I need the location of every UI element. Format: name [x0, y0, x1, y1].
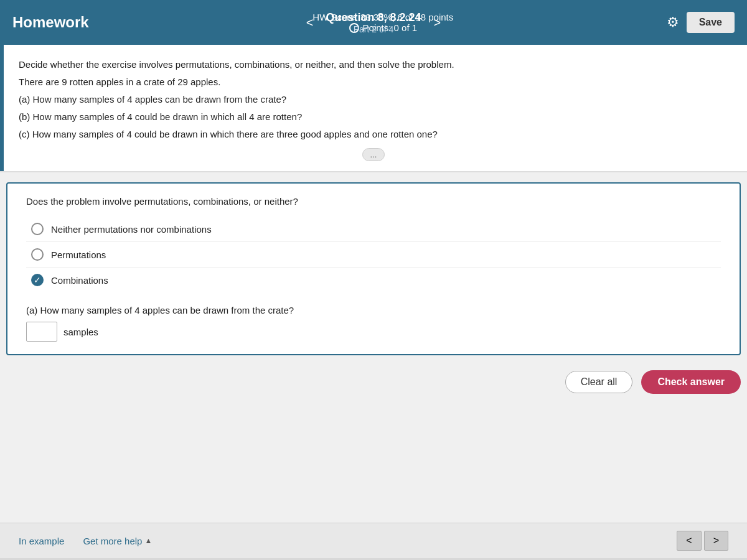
question-line3: (b) How many samples of 4 could be drawn… — [19, 110, 728, 124]
question-area: Decide whether the exercise involves per… — [0, 45, 747, 172]
check-icon: ✓ — [34, 275, 41, 285]
question-subtitle: Part 2 of 4 — [326, 24, 421, 34]
prev-question-button[interactable]: < — [301, 13, 319, 32]
clear-all-button[interactable]: Clear all — [565, 371, 633, 393]
answer-question-text: Does the problem involve permutations, c… — [26, 196, 721, 207]
radio-options: Neither permutations nor combinations Pe… — [26, 217, 721, 292]
sub-question-text: (a) How many samples of 4 apples can be … — [26, 305, 721, 315]
save-button[interactable]: Save — [687, 12, 735, 33]
get-more-help-link[interactable]: Get more help ▲ — [83, 536, 152, 546]
caret-icon: ▲ — [144, 536, 152, 545]
question-line1: There are 9 rotten apples in a crate of … — [19, 75, 728, 90]
header-right: ⚙ Save — [667, 12, 735, 33]
buttons-row: Clear all Check answer — [0, 370, 741, 394]
footer-prev-button[interactable]: < — [677, 531, 701, 551]
radio-neither-circle[interactable] — [31, 223, 44, 235]
footer-nav: < > — [677, 531, 728, 551]
question-line2: (a) How many samples of 4 apples can be … — [19, 92, 728, 107]
expand-row: ... — [19, 148, 728, 161]
homework-title: Homework — [12, 14, 100, 31]
in-example-link[interactable]: In example — [19, 536, 64, 546]
header: Homework < Question 8, 8.2.24 Part 2 of … — [0, 0, 747, 45]
option-neither[interactable]: Neither permutations nor combinations — [26, 217, 721, 242]
samples-input[interactable] — [26, 322, 57, 342]
option-permutations[interactable]: Permutations — [26, 242, 721, 268]
next-question-button[interactable]: > — [429, 13, 446, 32]
footer-next-button[interactable]: > — [704, 531, 728, 551]
footer-bar: In example Get more help ▲ < > — [0, 523, 747, 558]
radio-combinations-circle[interactable]: ✓ — [31, 274, 44, 286]
left-accent-bar — [0, 45, 4, 171]
option-permutations-label: Permutations — [51, 250, 106, 260]
question-line4: (c) How many samples of 4 could be drawn… — [19, 127, 728, 142]
question-title: Question 8, 8.2.24 — [326, 11, 421, 24]
radio-permutations-circle[interactable] — [31, 248, 44, 261]
main-content: Decide whether the exercise involves per… — [0, 45, 747, 523]
settings-icon[interactable]: ⚙ — [667, 14, 679, 30]
input-row: samples — [26, 322, 721, 342]
option-combinations-label: Combinations — [51, 275, 108, 286]
question-intro: Decide whether the exercise involves per… — [19, 57, 728, 72]
question-nav: < Question 8, 8.2.24 Part 2 of 4 > — [301, 11, 446, 34]
option-neither-label: Neither permutations nor combinations — [51, 224, 212, 235]
answer-section: Does the problem involve permutations, c… — [6, 182, 741, 355]
question-text: Decide whether the exercise involves per… — [19, 57, 728, 142]
expand-button[interactable]: ... — [362, 148, 385, 161]
samples-label: samples — [63, 327, 98, 337]
check-answer-button[interactable]: Check answer — [641, 370, 741, 394]
get-more-help-text: Get more help — [83, 536, 142, 546]
option-combinations[interactable]: ✓ Combinations — [26, 268, 721, 292]
